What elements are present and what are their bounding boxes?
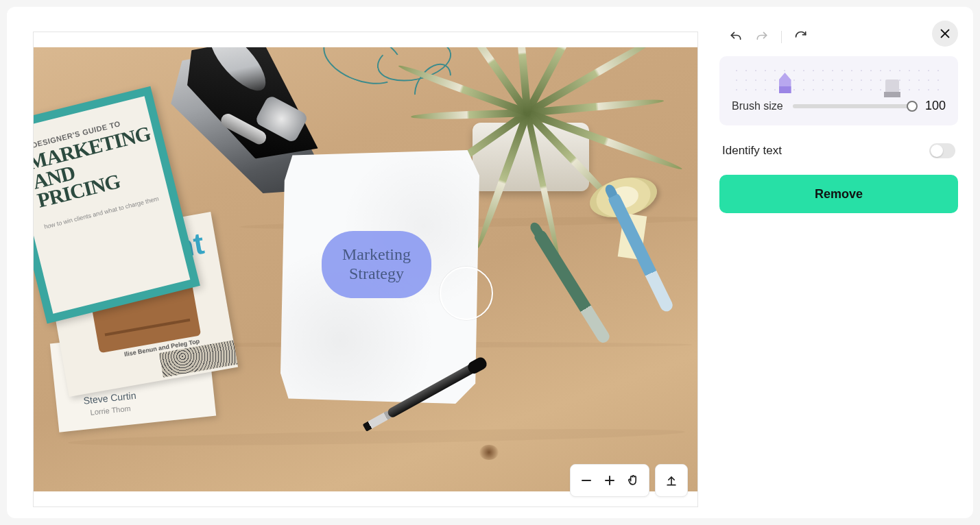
redo-button[interactable] [755,30,769,44]
refresh-icon [794,30,808,44]
export-group [655,464,688,497]
wood-knot [479,445,499,460]
brush-size-slider[interactable] [793,104,913,108]
selection-mask[interactable]: MarketingStrategy [322,231,431,298]
close-button[interactable] [932,21,958,47]
close-icon [939,27,951,40]
draw-tool-button[interactable] [779,73,791,93]
brush-size-label: Brush size [732,100,783,112]
wood-texture [68,426,685,449]
erase-tool-button[interactable] [885,80,899,93]
undo-button[interactable] [729,30,743,44]
side-panel: Brush size 100 Identify text Remove [706,7,973,518]
undo-icon [729,30,743,44]
canvas-pane: Steve Curtin Lorrie Thom ht Ilise Benun … [7,7,706,518]
zoom-in-button[interactable] [598,469,621,492]
redo-icon [755,30,769,44]
minus-icon [579,474,593,487]
export-button[interactable] [660,469,683,492]
zoom-out-button[interactable] [575,469,598,492]
pan-button[interactable] [621,469,645,492]
identify-text-row: Identify text [722,143,955,158]
history-controls [729,30,958,44]
identify-text-label: Identify text [722,144,782,158]
tool-selector [732,66,946,93]
marker-green [532,228,612,345]
identify-text-toggle[interactable] [929,143,955,158]
reset-button[interactable] [794,30,808,44]
editing-image[interactable]: Steve Curtin Lorrie Thom ht Ilise Benun … [34,47,697,491]
brush-cursor [440,267,493,320]
upload-icon [665,474,678,487]
book-author-2: Lorrie Thom [90,404,131,417]
hand-icon [626,474,640,487]
slider-thumb[interactable] [907,101,918,112]
remove-button[interactable]: Remove [719,175,958,213]
brush-tool-box: Brush size 100 [719,56,958,125]
zoom-group [570,464,649,497]
brush-size-row: Brush size 100 [732,99,946,113]
plus-icon [603,474,617,487]
canvas-toolbar [570,464,688,497]
canvas-frame[interactable]: Steve Curtin Lorrie Thom ht Ilise Benun … [33,32,698,507]
editor-app: Steve Curtin Lorrie Thom ht Ilise Benun … [7,7,973,518]
mask-text: MarketingStrategy [342,245,411,283]
brush-size-value: 100 [922,99,946,113]
separator [781,31,782,43]
